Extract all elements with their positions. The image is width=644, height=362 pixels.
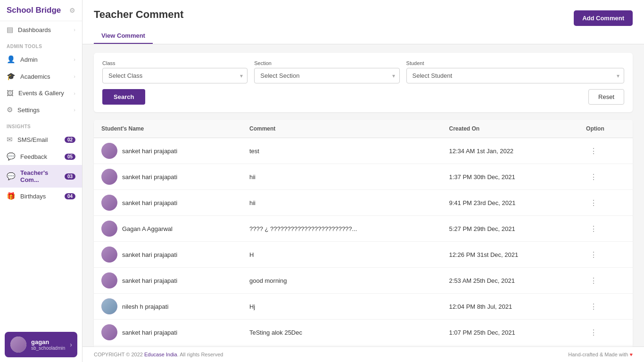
col-created-on: Created On	[442, 120, 579, 138]
settings-icon[interactable]: ⚙	[69, 7, 75, 14]
cell-comment: TeSting alok 25Dec	[242, 320, 442, 346]
search-button[interactable]: Search	[102, 89, 145, 105]
user-chevron-icon: ›	[70, 341, 72, 348]
table-card: Student's Name Comment Created On Option…	[94, 120, 633, 346]
sidebar-item-events-gallery[interactable]: 🖼 Events & Gallery ›	[0, 85, 82, 101]
sidebar-item-dashboards[interactable]: ▤ Dashboards ›	[0, 21, 82, 38]
avatar	[101, 221, 117, 237]
sidebar-item-feedback[interactable]: 💬 Feedback 05	[0, 148, 82, 165]
sidebar-item-settings[interactable]: ⚙ Settings ›	[0, 101, 82, 118]
student-select[interactable]: Select Student	[406, 68, 624, 83]
class-select-wrap: Select Class	[102, 68, 248, 83]
avatar	[10, 337, 26, 353]
student-filter-group: Student Select Student	[406, 60, 624, 83]
cell-student-name: sanket hari prajapati	[94, 164, 242, 190]
cell-student-name: sanket hari prajapati	[94, 242, 242, 268]
admin-tools-label: ADMIN TOOLS	[0, 38, 82, 51]
sidebar-item-label: Events & Gallery	[18, 90, 69, 97]
more-options-button[interactable]: ⋮	[586, 248, 601, 261]
more-options-button[interactable]: ⋮	[586, 300, 601, 313]
sidebar-item-sms-email[interactable]: ✉ SMS/Email 02	[0, 131, 82, 148]
academics-icon: 🎓	[7, 72, 16, 81]
user-name: gagan	[31, 338, 65, 346]
cell-comment: H	[242, 242, 442, 268]
cell-option: ⋮	[578, 320, 633, 346]
user-role: sb_schooladmin	[31, 346, 65, 351]
table-row: sanket hari prajapati H 12:26 PM 31st De…	[94, 242, 633, 268]
class-filter-group: Class Select Class	[102, 60, 248, 83]
student-select-wrap: Select Student	[406, 68, 624, 83]
cell-option: ⋮	[578, 242, 633, 268]
more-options-button[interactable]: ⋮	[586, 274, 601, 287]
sidebar-item-label: Admin	[20, 56, 69, 63]
sidebar-item-label: SMS/Email	[17, 136, 60, 143]
class-label: Class	[102, 60, 248, 66]
sidebar-item-birthdays[interactable]: 🎁 Birthdays 04	[0, 188, 82, 205]
page-tabs: View Comment	[94, 28, 183, 44]
more-options-button[interactable]: ⋮	[586, 326, 601, 339]
cell-created-on: 5:27 PM 29th Dec, 2021	[442, 216, 579, 242]
add-comment-button[interactable]: Add Comment	[574, 10, 633, 26]
avatar	[101, 272, 117, 288]
sidebar-item-label: Dashboards	[18, 26, 69, 33]
sidebar-logo: School Bridge ⚙	[0, 0, 82, 21]
class-select[interactable]: Select Class	[102, 68, 248, 83]
comments-table: Student's Name Comment Created On Option…	[94, 120, 633, 346]
footer-company-link[interactable]: Educase India	[144, 352, 177, 357]
chevron-right-icon: ›	[74, 27, 75, 33]
more-options-button[interactable]: ⋮	[586, 197, 601, 209]
avatar-image	[10, 337, 26, 353]
table-row: sanket hari prajapati hii 1:37 PM 30th D…	[94, 164, 633, 190]
avatar	[101, 247, 117, 263]
birthdays-icon: 🎁	[7, 192, 16, 200]
avatar	[101, 169, 117, 185]
sidebar-item-teachers-comment[interactable]: 💬 Teacher's Com... 03	[0, 165, 82, 188]
sms-email-badge: 02	[65, 137, 75, 143]
sidebar-item-admin[interactable]: 👤 Admin ›	[0, 51, 82, 68]
sidebar-item-label: Birthdays	[20, 193, 60, 200]
footer-handcrafted: Hand-crafted & Made with ♥	[568, 352, 633, 357]
student-label: Student	[406, 60, 624, 66]
table-header-row: Student's Name Comment Created On Option	[94, 120, 633, 138]
gallery-icon: 🖼	[7, 89, 14, 97]
col-comment: Comment	[242, 120, 442, 138]
section-select-wrap: Select Section	[254, 68, 399, 83]
cell-student-name: nilesh h prajapati	[94, 294, 242, 320]
more-options-button[interactable]: ⋮	[586, 222, 601, 235]
cell-created-on: 9:41 PM 23rd Dec, 2021	[442, 190, 579, 216]
feedback-badge: 05	[65, 154, 75, 160]
cell-student-name: Gagan A Aggarwal	[94, 216, 242, 242]
dashboard-icon: ▤	[7, 25, 13, 34]
section-select[interactable]: Select Section	[254, 68, 399, 83]
sidebar-item-label: Academics	[20, 73, 69, 80]
chevron-right-icon: ›	[74, 90, 75, 96]
student-name-text: sanket hari prajapati	[122, 277, 177, 284]
tab-view-comment[interactable]: View Comment	[94, 28, 153, 44]
table-row: sanket hari prajapati hii 9:41 PM 23rd D…	[94, 190, 633, 216]
more-options-button[interactable]: ⋮	[586, 145, 601, 157]
student-name-text: sanket hari prajapati	[122, 251, 177, 258]
more-options-button[interactable]: ⋮	[586, 171, 601, 183]
page-header: Teacher Comment View Comment Add Comment	[83, 0, 644, 44]
cell-option: ⋮	[578, 138, 633, 164]
cell-option: ⋮	[578, 294, 633, 320]
cell-comment: Hj	[242, 294, 442, 320]
footer: COPYRIGHT © 2022 Educase India. All righ…	[83, 346, 644, 362]
sidebar-item-label: Feedback	[20, 153, 60, 160]
table-row: Gagan A Aggarwal ???? ¿ ????????????????…	[94, 216, 633, 242]
cell-comment: good morning	[242, 268, 442, 294]
cell-created-on: 12:34 AM 1st Jan, 2022	[442, 138, 579, 164]
user-profile[interactable]: gagan sb_schooladmin ›	[5, 332, 77, 357]
sidebar-item-academics[interactable]: 🎓 Academics ›	[0, 68, 82, 85]
table-row: sanket hari prajapati test 12:34 AM 1st …	[94, 138, 633, 164]
sidebar-item-label: Settings	[17, 107, 69, 114]
col-student-name: Student's Name	[94, 120, 242, 138]
reset-button[interactable]: Reset	[588, 89, 624, 105]
cell-student-name: sanket hari prajapati	[94, 268, 242, 294]
cell-student-name: sanket hari prajapati	[94, 190, 242, 216]
cell-student-name: sanket hari prajapati	[94, 138, 242, 164]
cell-comment: hii	[242, 164, 442, 190]
table-body: sanket hari prajapati test 12:34 AM 1st …	[94, 138, 633, 347]
table-row: sanket hari prajapati TeSting alok 25Dec…	[94, 320, 633, 346]
cell-option: ⋮	[578, 268, 633, 294]
